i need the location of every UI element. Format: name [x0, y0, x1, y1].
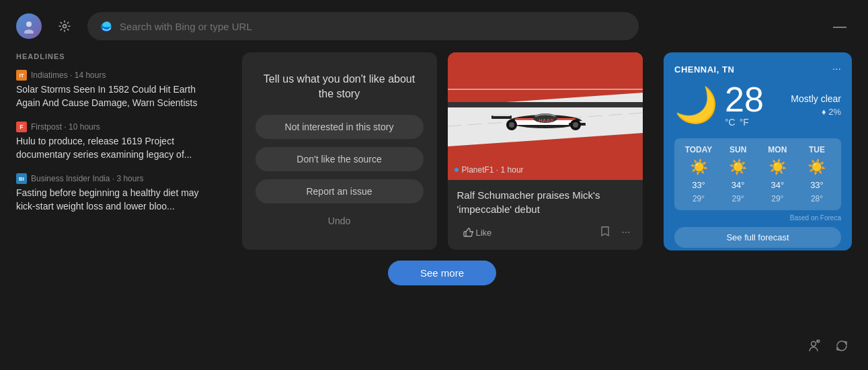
weather-icon: 🌙	[674, 87, 718, 122]
news-card: HAAS PlanetF1 · 1 ho	[448, 52, 643, 250]
forecast-low: 29°	[771, 194, 783, 203]
weather-temp-block: 28 °C °F	[725, 82, 764, 128]
main-content: HEADLINES IT Indiatimes · 14 hours Solar…	[0, 52, 868, 369]
svg-point-23	[812, 342, 816, 346]
search-bar[interactable]	[87, 12, 639, 40]
like-icon	[463, 227, 473, 238]
forecast-low: 28°	[811, 194, 823, 203]
news-card-title: Ralf Schumacher praises Mick's 'impeccab…	[457, 188, 633, 216]
f1-illustration: HAAS	[448, 52, 643, 180]
see-more-area: See more	[388, 261, 496, 285]
forecast-label: TODAY	[685, 145, 713, 154]
svg-rect-22	[448, 102, 643, 107]
cards-row: Tell us what you don't like about the st…	[231, 52, 653, 250]
weather-city: CHENNAI, TN	[674, 64, 734, 75]
forecast-icon: ☀️	[690, 158, 708, 176]
news-source-text: PlanetF1 · 1 hour	[462, 165, 524, 175]
weather-unit: °C °F	[725, 117, 764, 128]
svg-rect-14	[493, 114, 510, 116]
center-area: Tell us what you don't like about the st…	[231, 52, 653, 369]
forecast-low: 29°	[732, 194, 744, 203]
svg-point-0	[26, 21, 32, 27]
top-bar: —	[0, 0, 868, 52]
weather-more-button[interactable]: ···	[832, 63, 841, 75]
source-icon-firstpost: F	[16, 122, 27, 132]
forecast-low: 29°	[693, 194, 705, 203]
search-input[interactable]	[120, 21, 627, 32]
forecast-icon: ☀️	[768, 158, 787, 176]
svg-text:HAAS: HAAS	[539, 118, 554, 124]
forecast-high: 34°	[771, 180, 784, 190]
not-interested-button[interactable]: Not interested in this story	[255, 115, 424, 139]
headline-meta: BI Business Insider India · 3 hours	[16, 173, 221, 184]
see-more-button[interactable]: See more	[388, 261, 496, 285]
headline-title[interactable]: Fasting before beginning a healthy diet …	[16, 187, 221, 213]
refresh-icon	[834, 338, 849, 353]
svg-rect-20	[448, 52, 643, 93]
refresh-button[interactable]	[832, 336, 852, 359]
forecast-icon: ☀️	[729, 158, 747, 176]
forecast-day-tue: TUE ☀️ 33° 28°	[798, 145, 836, 203]
news-card-body: Ralf Schumacher praises Mick's 'impeccab…	[448, 180, 643, 250]
feedback-title: Tell us what you don't like about the st…	[255, 72, 424, 102]
weather-description: Mostly clear	[791, 93, 841, 104]
forecast-label: MON	[768, 145, 787, 154]
weather-main: 🌙 28 °C °F Mostly clear ♦ 2%	[674, 82, 841, 128]
dont-like-source-button[interactable]: Don't like the source	[255, 147, 424, 171]
forecast-day-sun: SUN ☀️ 34° 29°	[719, 145, 757, 203]
like-button[interactable]: Like	[457, 224, 498, 240]
headline-meta-text: Firstpost · 10 hours	[31, 122, 100, 132]
forecast-high: 34°	[732, 180, 745, 190]
feedback-card: Tell us what you don't like about the st…	[242, 52, 437, 250]
headline-title[interactable]: Solar Storms Seen In 1582 Could Hit Eart…	[16, 83, 221, 109]
settings-button[interactable]	[52, 14, 77, 38]
forecast-icon: ☀️	[807, 158, 826, 176]
headline-meta: IT Indiatimes · 14 hours	[16, 70, 221, 81]
svg-point-16	[509, 122, 514, 128]
forecast-label: TUE	[809, 145, 825, 154]
weather-header: CHENNAI, TN ···	[674, 63, 841, 75]
edge-logo-icon	[100, 19, 113, 33]
forecast-day-today: TODAY ☀️ 33° 29°	[680, 145, 717, 203]
headline-item[interactable]: BI Business Insider India · 3 hours Fast…	[16, 173, 221, 213]
svg-point-2	[63, 25, 67, 28]
headline-meta-text: Business Insider India · 3 hours	[31, 174, 143, 183]
svg-point-18	[573, 122, 578, 128]
source-icon-indiatimes: IT	[16, 70, 27, 81]
undo-button[interactable]: Undo	[324, 212, 354, 230]
headlines-panel: HEADLINES IT Indiatimes · 14 hours Solar…	[16, 52, 231, 369]
weather-panel: CHENNAI, TN ··· 🌙 28 °C °F Mostly clear …	[664, 52, 852, 250]
like-label: Like	[476, 228, 492, 238]
weather-attribution: Based on Foreca	[674, 214, 841, 222]
report-issue-button[interactable]: Report an issue	[255, 179, 424, 203]
minimize-button[interactable]: —	[828, 16, 852, 37]
headline-meta-text: Indiatimes · 14 hours	[31, 71, 106, 80]
svg-point-1	[24, 30, 34, 34]
weather-temperature: 28	[725, 82, 764, 117]
weather-description-block: Mostly clear ♦ 2%	[791, 93, 841, 117]
news-card-actions: Like ···	[457, 223, 633, 242]
forecast-day-mon: MON ☀️ 34° 29°	[758, 145, 796, 203]
headline-title[interactable]: Hulu to produce, release 1619 Project do…	[16, 135, 221, 161]
source-icon-bi: BI	[16, 173, 27, 184]
headline-item[interactable]: IT Indiatimes · 14 hours Solar Storms Se…	[16, 70, 221, 109]
more-options-button[interactable]: ···	[619, 224, 633, 241]
weather-forecast: TODAY ☀️ 33° 29° SUN ☀️ 34° 29° MON ☀️ 3…	[674, 138, 841, 210]
see-full-forecast-button[interactable]: See full forecast	[674, 227, 841, 248]
forecast-high: 33°	[810, 180, 824, 190]
headlines-label: HEADLINES	[16, 52, 221, 60]
weather-precipitation: ♦ 2%	[791, 107, 841, 117]
bookmark-button[interactable]	[597, 223, 613, 242]
forecast-high: 33°	[692, 180, 705, 190]
headline-item[interactable]: F Firstpost · 10 hours Hulu to produce, …	[16, 122, 221, 161]
bookmark-icon	[600, 226, 610, 236]
headline-meta: F Firstpost · 10 hours	[16, 122, 221, 132]
forecast-label: SUN	[729, 145, 746, 154]
news-card-image: HAAS PlanetF1 · 1 ho	[448, 52, 643, 180]
customize-button[interactable]	[803, 336, 824, 359]
avatar[interactable]	[16, 13, 42, 39]
source-dot	[455, 168, 459, 172]
bottom-icons	[803, 336, 852, 359]
news-source-badge: PlanetF1 · 1 hour	[455, 165, 524, 175]
customize-icon	[806, 338, 821, 353]
